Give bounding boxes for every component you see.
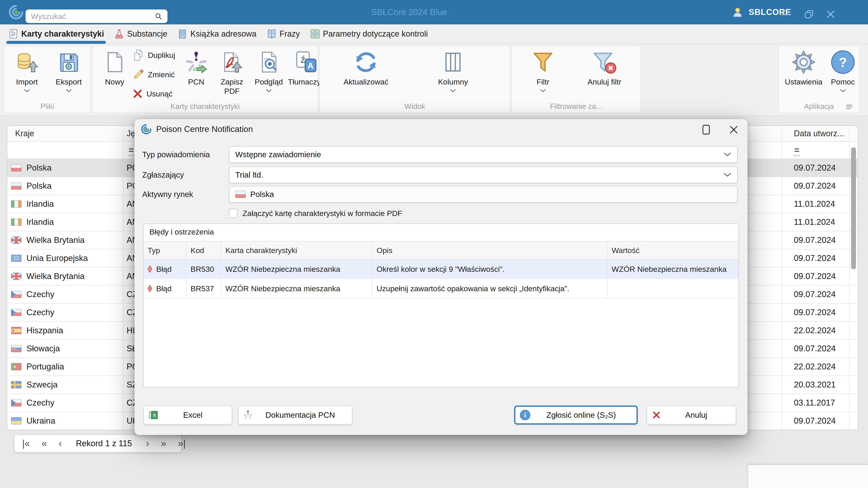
clear-filter-button[interactable]: Anuluj filtr [580,49,629,87]
prev-page-button[interactable]: « [41,439,47,448]
col-karta[interactable]: Karta charakterystyki [221,241,373,259]
save-pdf-button[interactable]: Zapisz PDF [216,49,248,96]
filter-operator-icon[interactable]: = [794,145,800,156]
notification-type-dropdown[interactable]: Wstępne zawiadomienie [229,146,738,163]
close-button[interactable] [826,9,836,20]
active-market-field[interactable]: Polska [229,186,738,203]
submitter-dropdown[interactable]: Trial ltd. [229,166,738,183]
dialog-close-button[interactable] [728,125,739,135]
group-name: Pliki [4,102,90,111]
tab-parametry-kontroli[interactable]: Parametry dotyczące kontroli [310,24,428,43]
excel-button[interactable]: X Excel [144,405,232,424]
group-menu-icon[interactable] [846,104,852,109]
tab-ksiazka-adresowa[interactable]: Książka adresowa [177,24,256,43]
svg-text:X: X [153,413,156,418]
error-value [608,279,738,298]
column-header-jezyki[interactable]: Ję [127,126,135,141]
import-button[interactable]: Import [10,49,44,92]
pcn-doc-icon [243,410,253,420]
chevron-down-icon[interactable] [450,89,456,92]
delete-button[interactable]: Usunąć [132,89,181,99]
export-button[interactable]: Eksport [51,49,87,92]
column-header-kraje[interactable]: Kraje [15,126,34,141]
pcn-documentation-button[interactable]: Dokumentacja PCN [238,405,352,424]
chevron-down-icon[interactable] [840,89,846,92]
cancel-button[interactable]: Anuluj [647,405,736,424]
attach-pdf-checkbox[interactable] [229,208,238,218]
record-navigator: |« « ‹ Rekord 1 z 115 › » »| [14,434,182,453]
dialog-maximize-button[interactable] [701,124,711,135]
error-type: Błąd [156,284,172,293]
group-name: Filtrowanie za... [512,102,641,111]
floppy-export-icon [57,51,81,74]
refresh-button[interactable]: Aktualizować [331,49,401,87]
tab-karty-charakterystyki[interactable]: Karty charakterystyki [8,24,104,43]
last-record-button[interactable]: »| [178,439,186,448]
col-kod[interactable]: Kod [186,241,221,259]
errors-panel: Błędy i ostrzeżenia Typ Kod Karta charak… [143,223,739,387]
account-menu[interactable]: SBLCORE [732,5,791,19]
group-name: Karty charakterystyki [92,102,318,111]
created-date: 09.07.2024 [794,159,836,177]
delete-x-icon [132,89,143,99]
tab-substancje[interactable]: Substancje [114,24,167,43]
restore-button[interactable] [804,9,814,20]
country-flag-icon [11,164,22,171]
next-record-button[interactable]: › [146,439,149,448]
country-name: Hiszpania [26,326,63,335]
dropdown-value: Trial ltd. [235,170,263,180]
chevron-down-icon[interactable] [24,89,30,92]
dialog-title: Poison Centre Notification [156,119,253,139]
col-opis[interactable]: Opis [373,241,608,259]
translate-icon: ź A [294,51,318,74]
delete-label: Usunąć [147,90,173,98]
column-header-data[interactable]: Data utworz... [794,126,844,141]
first-record-button[interactable]: |« [22,439,30,448]
field-label-rynek: Aktywny rynek [142,186,193,203]
preview-button[interactable]: Podgląd [252,49,286,92]
created-date: 22.02.2024 [794,322,836,339]
filter-label: Filtr [537,77,550,87]
chevron-down-icon[interactable] [266,89,272,92]
created-date: 09.07.2024 [794,304,836,321]
settings-button[interactable]: Ustawienia [782,49,825,87]
minimize-button[interactable] [782,14,791,15]
new-page-icon [103,51,126,74]
prev-record-button[interactable]: ‹ [59,439,62,448]
clear-filter-label: Anuluj filtr [587,77,621,87]
error-row[interactable]: Błąd BR537 WZÓR Niebezpieczna mieszanka … [144,279,739,298]
search-input[interactable] [31,12,154,21]
chevron-down-icon[interactable] [66,89,72,92]
help-button[interactable]: ? Pomoc [828,49,858,92]
ribbon-group-filtrowanie: Filtr Anuluj filtr Filtrowanie za... [511,46,641,113]
tab-frazy[interactable]: Frazy [267,24,300,43]
col-typ[interactable]: Typ [144,241,186,259]
error-diamond-icon [147,285,153,292]
field-label-zglaszajacy: Zgłaszający [142,166,184,183]
language-code: HI [127,322,135,339]
chevron-down-icon[interactable] [540,89,546,92]
country-flag-icon [11,236,22,244]
edit-button[interactable]: Zmienić [132,69,181,80]
duplicate-button[interactable]: Duplikuj [132,49,181,61]
error-row[interactable]: Błąd BR530 WZÓR Niebezpieczna mieszanka … [144,260,739,279]
cancel-x-icon [652,410,661,420]
control-target-icon [310,29,320,39]
vertical-scrollbar[interactable] [851,147,856,269]
columns-button[interactable]: Kolumny [428,49,478,92]
global-search[interactable] [26,9,167,23]
filter-button[interactable]: Filtr [523,49,563,92]
search-icon[interactable] [154,12,162,20]
col-wartosc[interactable]: Wartość [608,241,738,259]
database-import-icon [15,51,39,74]
next-page-button[interactable]: » [161,439,166,448]
new-button[interactable]: Nowy [100,49,129,87]
tab-label: Parametry dotyczące kontroli [323,29,428,39]
country-name: Czechy [26,308,54,317]
app-logo-icon [8,4,24,21]
country-name: Czechy [26,290,54,299]
country-flag-icon [11,182,22,190]
pcn-button[interactable]: PCN [183,49,210,87]
filter-operator-icon[interactable]: = [128,145,134,156]
submit-online-button[interactable]: i Zgłosić online (S₂S) [514,405,638,424]
